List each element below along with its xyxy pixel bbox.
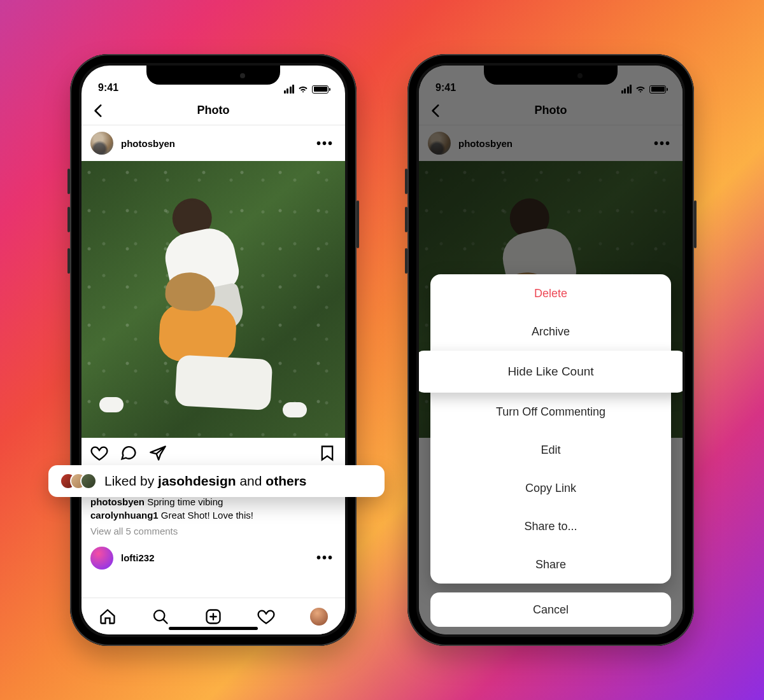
save-icon[interactable] (318, 444, 336, 462)
post-image[interactable] (81, 161, 345, 438)
battery-icon (312, 85, 329, 94)
sheet-item-share[interactable]: Share (430, 545, 671, 584)
sheet-cancel-button[interactable]: Cancel (430, 592, 671, 627)
post-header: photosbyen ••• (81, 125, 345, 161)
screen-left: 9:41 Photo photosbyen ••• (81, 66, 345, 634)
screen-right: 9:41 Photo photosbyen ••• Delete Archiv (419, 66, 683, 634)
cellular-icon (284, 85, 295, 94)
phone-left: 9:41 Photo photosbyen ••• (70, 54, 357, 646)
caption-author[interactable]: photosbyen (90, 496, 145, 507)
status-time: 9:41 (98, 82, 118, 94)
notch (146, 66, 280, 85)
likes-callout[interactable]: Liked by jasohdesign and others (48, 465, 385, 497)
status-indicators (284, 85, 329, 94)
author-username[interactable]: photosbyen (121, 138, 306, 149)
like-icon[interactable] (90, 444, 108, 462)
back-icon[interactable] (90, 102, 107, 119)
more-options-icon[interactable]: ••• (314, 134, 336, 153)
action-sheet: Delete Archive Hide Like Count Turn Off … (430, 274, 671, 584)
liked-by-text: Liked by jasohdesign and others (104, 473, 307, 489)
comment-icon[interactable] (120, 444, 138, 462)
sheet-item-hide-like-count[interactable]: Hide Like Count (419, 351, 683, 393)
next-post-header: lofti232 ••• (81, 538, 345, 570)
sheet-item-turn-off-comment[interactable]: Turn Off Commenting (430, 393, 671, 431)
caption-text: Spring time vibing (145, 496, 223, 507)
liker-avatars (60, 473, 97, 489)
nav-header: Photo (81, 96, 345, 125)
wifi-icon (297, 85, 309, 94)
profile-tab-avatar[interactable] (310, 608, 328, 626)
author-avatar[interactable] (90, 132, 113, 155)
sheet-item-share-to[interactable]: Share to... (430, 507, 671, 545)
sheet-item-archive[interactable]: Archive (430, 312, 671, 351)
sheet-item-edit[interactable]: Edit (430, 431, 671, 469)
view-all-comments[interactable]: View all 5 comments (90, 524, 336, 538)
comment-author[interactable]: carolynhuang1 (90, 510, 159, 521)
comment-text: Great Shot! Love this! (159, 510, 253, 521)
activity-icon[interactable] (257, 608, 275, 626)
phone-right: 9:41 Photo photosbyen ••• Delete Archiv (407, 54, 694, 646)
home-icon[interactable] (99, 608, 117, 626)
home-indicator (169, 627, 258, 630)
sheet-item-delete[interactable]: Delete (430, 274, 671, 312)
more-options-icon[interactable]: ••• (314, 548, 336, 568)
sheet-item-copy-link[interactable]: Copy Link (430, 469, 671, 507)
post-action-bar (81, 438, 345, 466)
page-title: Photo (197, 104, 230, 117)
next-author-username[interactable]: lofti232 (121, 552, 306, 563)
next-author-avatar[interactable] (90, 547, 113, 570)
comment-row: carolynhuang1 Great Shot! Love this! (90, 508, 336, 522)
new-post-icon[interactable] (204, 608, 222, 626)
search-icon[interactable] (152, 608, 169, 626)
share-icon[interactable] (149, 444, 167, 462)
